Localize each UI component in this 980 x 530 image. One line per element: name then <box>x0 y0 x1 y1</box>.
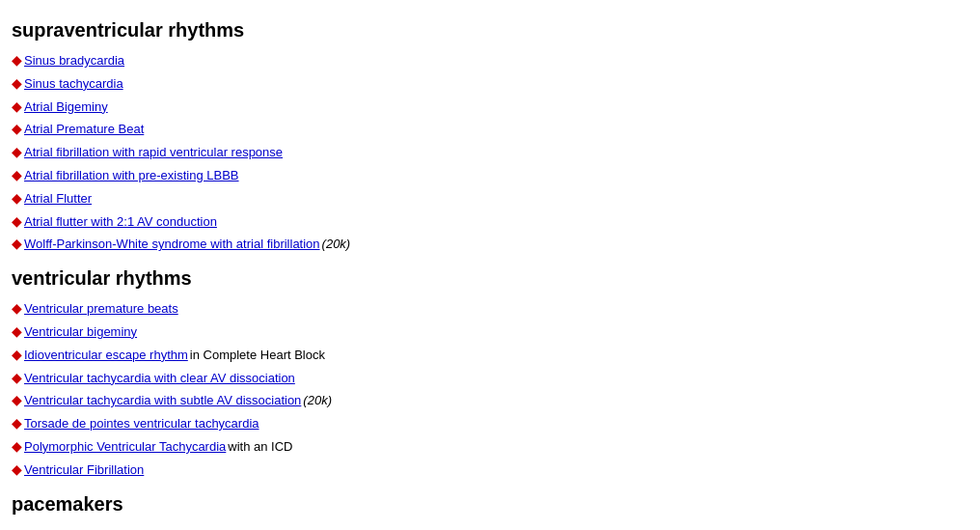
list-item: ◆Atrial fibrillation with pre-existing L… <box>12 164 943 187</box>
bullet-icon: ◆ <box>12 367 22 390</box>
item-link[interactable]: Atrial Bigeminy <box>24 97 108 118</box>
item-link[interactable]: Ventricular Fibrillation <box>24 460 144 481</box>
list-item: ◆Sinus bradycardia <box>12 49 943 72</box>
list-item: ◆Atrial Flutter <box>12 187 943 210</box>
item-plain-text: with an ICD <box>228 436 292 458</box>
section-heading-pacemakers: pacemakers <box>12 493 943 516</box>
item-link[interactable]: Polymorphic Ventricular Tachycardia <box>24 436 226 458</box>
list-item: ◆Ventricular tachycardia with subtle AV … <box>12 389 943 412</box>
item-link[interactable]: Atrial flutter with 2:1 AV conduction <box>24 211 217 233</box>
list-item: ◆Idioventricular escape rhythm in Comple… <box>12 344 943 367</box>
bullet-icon: ◆ <box>12 297 22 321</box>
list-item: ◆Ventricular pacemaker <box>12 523 943 530</box>
list-item: ◆Ventricular Fibrillation <box>12 459 943 482</box>
item-link[interactable]: Ventricular pacemaker <box>24 524 149 530</box>
bullet-icon: ◆ <box>12 96 22 119</box>
bullet-icon: ◆ <box>12 72 22 96</box>
list-item: ◆Wolff-Parkinson-White syndrome with atr… <box>12 233 943 256</box>
bullet-icon: ◆ <box>12 187 22 210</box>
item-link[interactable]: Atrial Flutter <box>24 188 92 209</box>
list-item: ◆Sinus tachycardia <box>12 72 943 96</box>
main-content: supraventricular rhythms◆Sinus bradycard… <box>0 0 955 530</box>
section-heading-supraventricular: supraventricular rhythms <box>12 19 943 42</box>
section-heading-ventricular: ventricular rhythms <box>12 267 943 290</box>
list-item: ◆Ventricular tachycardia with clear AV d… <box>12 367 943 390</box>
item-link[interactable]: Sinus tachycardia <box>24 73 123 95</box>
item-link[interactable]: Atrial Premature Beat <box>24 119 144 140</box>
item-link[interactable]: Idioventricular escape rhythm <box>24 345 188 366</box>
list-item: ◆Atrial Premature Beat <box>12 118 943 141</box>
list-item: ◆Ventricular premature beats <box>12 297 943 321</box>
list-item: ◆Polymorphic Ventricular Tachycardia wit… <box>12 435 943 459</box>
item-list-supraventricular: ◆Sinus bradycardia◆Sinus tachycardia◆Atr… <box>12 49 943 256</box>
bullet-icon: ◆ <box>12 233 22 256</box>
item-link[interactable]: Sinus bradycardia <box>24 50 124 71</box>
item-link[interactable]: Torsade de pointes ventricular tachycard… <box>24 413 259 434</box>
item-suffix: (20k) <box>303 390 332 411</box>
bullet-icon: ◆ <box>12 321 22 344</box>
list-item: ◆Atrial flutter with 2:1 AV conduction <box>12 210 943 234</box>
item-plain-text: in Complete Heart Block <box>190 345 325 366</box>
list-item: ◆Atrial Bigeminy <box>12 96 943 119</box>
item-link[interactable]: Atrial fibrillation with rapid ventricul… <box>24 142 283 163</box>
item-link[interactable]: Ventricular premature beats <box>24 298 178 320</box>
list-item: ◆Ventricular bigeminy <box>12 321 943 344</box>
item-link[interactable]: Wolff-Parkinson-White syndrome with atri… <box>24 234 320 255</box>
bullet-icon: ◆ <box>12 141 22 164</box>
item-link[interactable]: Ventricular bigeminy <box>24 321 137 343</box>
item-suffix: (20k) <box>322 234 351 255</box>
item-link[interactable]: Atrial fibrillation with pre-existing LB… <box>24 165 239 186</box>
bullet-icon: ◆ <box>12 412 22 435</box>
list-item: ◆Atrial fibrillation with rapid ventricu… <box>12 141 943 164</box>
item-list-pacemakers: ◆Ventricular pacemaker◆Dual Chamber Pace… <box>12 523 943 530</box>
bullet-icon: ◆ <box>12 118 22 141</box>
bullet-icon: ◆ <box>12 523 22 530</box>
item-link[interactable]: Ventricular tachycardia with clear AV di… <box>24 368 295 389</box>
bullet-icon: ◆ <box>12 210 22 234</box>
bullet-icon: ◆ <box>12 164 22 187</box>
bullet-icon: ◆ <box>12 389 22 412</box>
bullet-icon: ◆ <box>12 459 22 482</box>
list-item: ◆Torsade de pointes ventricular tachycar… <box>12 412 943 435</box>
bullet-icon: ◆ <box>12 435 22 459</box>
item-list-ventricular: ◆Ventricular premature beats◆Ventricular… <box>12 297 943 481</box>
bullet-icon: ◆ <box>12 49 22 72</box>
item-link[interactable]: Ventricular tachycardia with subtle AV d… <box>24 390 301 411</box>
bullet-icon: ◆ <box>12 344 22 367</box>
